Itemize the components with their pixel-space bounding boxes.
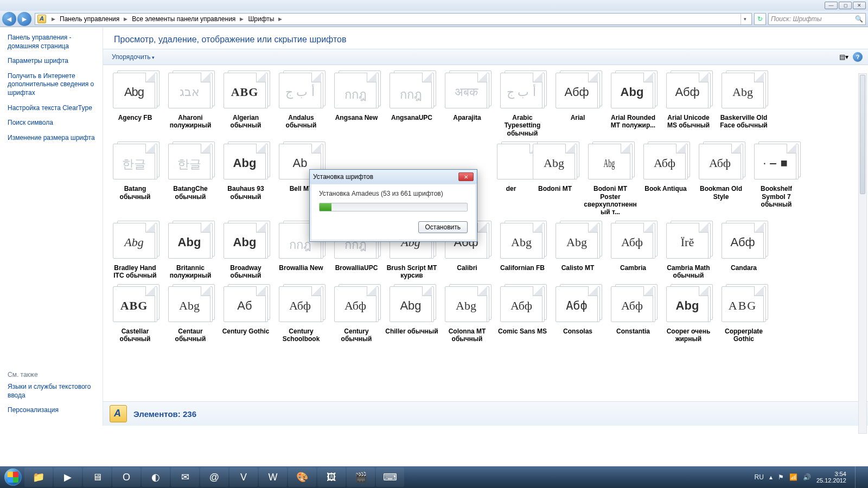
- font-item[interactable]: АбфComic Sans MS: [495, 284, 550, 343]
- taskbar-app[interactable]: ⌨: [376, 467, 404, 487]
- font-item[interactable]: АбфCentury Schoolbook: [273, 284, 329, 343]
- details-pane: Элементов: 236: [103, 401, 868, 426]
- taskbar-app[interactable]: ▶: [54, 467, 82, 487]
- font-item[interactable]: AbgBaskerville Old Face обычный: [716, 70, 771, 137]
- sidebar-link-home[interactable]: Панель управления - домашняя страница: [8, 34, 98, 50]
- font-item[interactable]: АбфCandara: [716, 221, 771, 280]
- breadcrumb[interactable]: Шрифты: [246, 15, 276, 23]
- font-item[interactable]: АбфCentury обычный: [329, 284, 384, 343]
- scrollbar[interactable]: [858, 73, 867, 434]
- taskbar-app[interactable]: 🖥: [83, 467, 111, 487]
- breadcrumb[interactable]: Панель управления: [58, 15, 122, 23]
- forward-button[interactable]: ►: [17, 12, 31, 26]
- font-item[interactable]: ABGAlgerian обычный: [218, 70, 273, 137]
- font-item[interactable]: AbgBroadway обычный: [218, 221, 273, 280]
- window-titlebar: — ◻ ✕: [0, 0, 868, 11]
- taskbar-app[interactable]: 🎬: [347, 467, 375, 487]
- tray-flag-icon[interactable]: ⚑: [778, 473, 784, 481]
- font-item[interactable]: АбфArial: [550, 70, 605, 137]
- font-item[interactable]: АбфBookman Old Style: [693, 142, 749, 216]
- taskbar-app[interactable]: ◐: [142, 467, 170, 487]
- font-item[interactable]: AbgBritannic полужирный: [163, 221, 218, 280]
- dialog-title: Установка шрифтов: [313, 173, 373, 181]
- font-item[interactable]: กกฎAngsana New: [329, 70, 384, 137]
- font-name: Centaur обычный: [163, 328, 218, 343]
- start-button[interactable]: [2, 466, 24, 488]
- font-item[interactable]: AbgBauhaus 93 обычный: [218, 142, 273, 216]
- font-item[interactable]: der: [495, 142, 527, 216]
- tray-network-icon[interactable]: 📶: [789, 473, 797, 481]
- address-dropdown[interactable]: ▾: [741, 14, 749, 24]
- breadcrumb[interactable]: Все элементы панели управления: [130, 15, 238, 23]
- show-desktop-button[interactable]: [855, 466, 861, 488]
- font-item[interactable]: ABGCastellar обычный: [107, 284, 163, 343]
- taskbar-app[interactable]: @: [200, 467, 228, 487]
- font-item[interactable]: AbgCentaur обычный: [163, 284, 218, 343]
- back-button[interactable]: ◄: [2, 12, 16, 26]
- taskbar-app[interactable]: O: [112, 467, 141, 487]
- font-item[interactable]: ÏrĕCambria Math обычный: [661, 221, 716, 280]
- font-item[interactable]: ABGCopperplate Gothic: [716, 284, 771, 343]
- sidebar-link-language-services[interactable]: Языки и службы текстового ввода: [8, 383, 98, 400]
- tray-chevron-icon[interactable]: ▴: [769, 473, 773, 481]
- font-item[interactable]: AbgArial Rounded MT полужир...: [605, 70, 661, 137]
- font-item[interactable]: · ‒ ■Bookshelf Symbol 7 обычный: [749, 142, 804, 216]
- font-item[interactable]: أ ب جArabic Typesetting обычный: [495, 70, 550, 137]
- address-bar[interactable]: ▶ Панель управления ▶ Все элементы панел…: [35, 13, 752, 25]
- taskbar-app[interactable]: V: [229, 467, 258, 487]
- font-item[interactable]: АбфCambria: [605, 221, 661, 280]
- lang-indicator[interactable]: RU: [755, 473, 764, 481]
- font-item[interactable]: أ ب جAndalus обычный: [273, 70, 329, 137]
- taskbar-app[interactable]: ✉: [171, 467, 199, 487]
- sidebar-link-font-size[interactable]: Изменение размера шрифта: [8, 134, 98, 143]
- clock[interactable]: 3:54 25.12.2012: [816, 471, 846, 484]
- sidebar-link-cleartype[interactable]: Настройка текста ClearType: [8, 104, 98, 113]
- font-item[interactable]: АбфConstantia: [605, 284, 661, 343]
- sidebar-link-char-search[interactable]: Поиск символа: [8, 119, 98, 127]
- dialog-titlebar[interactable]: Установка шрифтов ✕: [310, 170, 477, 184]
- font-name: Bradley Hand ITC обычный: [107, 264, 163, 280]
- tray-volume-icon[interactable]: 🔊: [803, 473, 811, 481]
- sidebar-link-personalization[interactable]: Персонализация: [8, 406, 98, 415]
- help-icon[interactable]: ?: [853, 52, 863, 62]
- font-item[interactable]: 한글Batang обычный: [107, 142, 163, 216]
- font-item[interactable]: АбфBook Antiqua: [638, 142, 693, 216]
- font-name: Consolas: [550, 328, 605, 335]
- search-input[interactable]: Поиск: Шрифты 🔍: [768, 13, 866, 25]
- stop-button[interactable]: Остановить: [418, 221, 468, 233]
- font-item[interactable]: АбCentury Gothic: [218, 284, 273, 343]
- font-item[interactable]: АбфArial Unicode MS обычный: [661, 70, 716, 137]
- font-name: Arial: [550, 114, 605, 121]
- font-name: Arabic Typesetting обычный: [495, 114, 550, 137]
- font-item[interactable]: AbgCalisto MT: [550, 221, 605, 280]
- font-item[interactable]: אבגAharoni полужирный: [163, 70, 218, 137]
- scrollbar-thumb[interactable]: [860, 75, 865, 194]
- maximize-button[interactable]: ◻: [839, 2, 852, 9]
- taskbar-app[interactable]: W: [259, 467, 287, 487]
- font-item[interactable]: AbgBradley Hand ITC обычный: [107, 221, 163, 280]
- font-item[interactable]: АбфConsolas: [550, 284, 605, 343]
- minimize-button[interactable]: —: [825, 2, 838, 9]
- font-item[interactable]: AbgCooper очень жирный: [661, 284, 716, 343]
- font-name: Century обычный: [329, 328, 384, 343]
- font-item[interactable]: AbgCalifornian FB: [495, 221, 550, 280]
- taskbar-app[interactable]: 📁: [24, 467, 53, 487]
- font-item[interactable]: AbgBodoni MT: [527, 142, 583, 216]
- view-options-icon[interactable]: ▤▾: [839, 52, 848, 62]
- close-button[interactable]: ✕: [853, 2, 866, 9]
- font-item[interactable]: AbgAgency FB: [107, 70, 163, 137]
- organize-button[interactable]: Упорядочить: [108, 52, 158, 62]
- taskbar-app[interactable]: 🎨: [288, 467, 316, 487]
- dialog-close-button[interactable]: ✕: [458, 172, 474, 181]
- font-item[interactable]: AbgChiller обычный: [384, 284, 439, 343]
- refresh-button[interactable]: ↻: [754, 13, 766, 25]
- font-item[interactable]: AbgColonna MT обычный: [439, 284, 495, 343]
- font-name: Baskerville Old Face обычный: [716, 114, 771, 130]
- sidebar-link-font-settings[interactable]: Параметры шрифта: [8, 57, 98, 66]
- font-item[interactable]: กกฎAngsanaUPC: [384, 70, 439, 137]
- sidebar-link-online-info[interactable]: Получить в Интернете дополнительные свед…: [8, 72, 98, 98]
- font-item[interactable]: 한글BatangChe обычный: [163, 142, 218, 216]
- taskbar-app[interactable]: 🖼: [317, 467, 346, 487]
- font-item[interactable]: AbgBodoni MT Poster сверхуплотненный т..…: [583, 142, 638, 216]
- font-item[interactable]: अबकAparajita: [439, 70, 495, 137]
